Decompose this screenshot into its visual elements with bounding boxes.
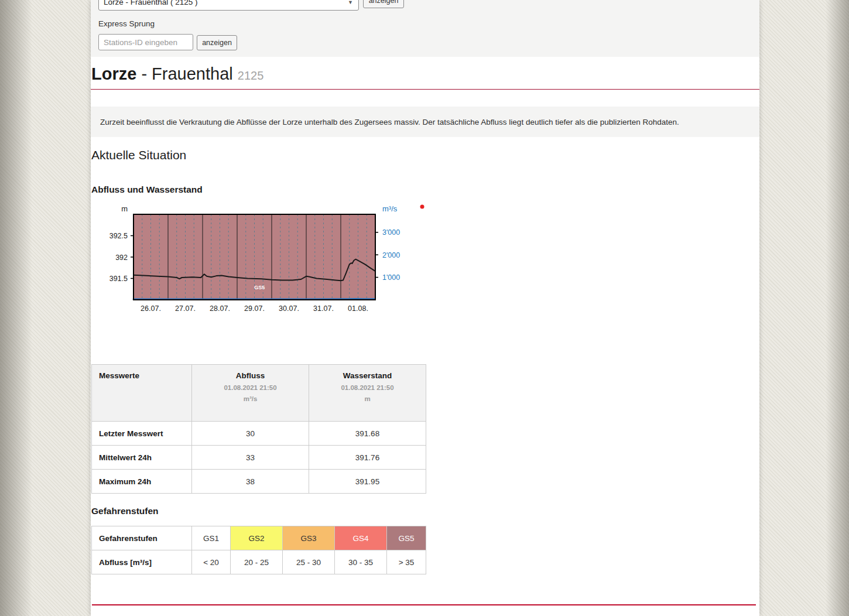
svg-text:01.08.: 01.08. (348, 304, 368, 313)
danger-levels-heading: Gefahrenstufen (91, 506, 159, 516)
svg-text:26.07.: 26.07. (141, 304, 161, 313)
page-edge-shadow-right (826, 0, 849, 616)
wasserstand-timestamp: 01.08.2021 21:50 (310, 384, 425, 391)
danger-level-names-row: Gefahrenstufen GS1 GS2 GS3 GS4 GS5 (92, 526, 426, 550)
station-id-input[interactable] (98, 34, 193, 50)
svg-text:m: m (121, 204, 128, 213)
abfluss-column-header: Abfluss 01.08.2021 21:50 m³/s (192, 365, 309, 422)
svg-text:392.5: 392.5 (109, 232, 128, 240)
wasserstand-unit: m (310, 395, 425, 402)
express-jump-label: Express Sprung (98, 19, 155, 28)
danger-levels-table: Gefahrenstufen GS1 GS2 GS3 GS4 GS5 Abflu… (91, 526, 426, 574)
river-name: Lorze (91, 64, 136, 83)
row-label: Mittelwert 24h (92, 446, 192, 470)
station-name: - Frauenthal (136, 64, 237, 83)
station-id: 2125 (238, 69, 264, 82)
wasserstand-value: 391.76 (309, 446, 426, 470)
page-title: Lorze - Frauenthal 2125 (91, 64, 263, 84)
svg-text:391.5: 391.5 (109, 275, 128, 283)
row-label: Letzter Messwert (92, 422, 192, 446)
station-form: Lorze - Frauenthal ( 2125 ) ▼ anzeigen E… (91, 0, 759, 57)
svg-text:m³/s: m³/s (382, 204, 398, 213)
notice-banner: Zurzeit beeinflusst die Verkrautung die … (91, 107, 759, 137)
page-edge-shadow-left (0, 0, 32, 616)
chart-heading: Abfluss und Wasserstand (91, 184, 203, 195)
wasserstand-column-header: Wasserstand 01.08.2021 21:50 m (309, 365, 426, 422)
chart-container: GS5392.5392391.53'0002'0001'000mm³/s26.0… (91, 202, 442, 319)
abfluss-value: 38 (192, 470, 309, 494)
svg-text:31.07.: 31.07. (313, 304, 334, 313)
messwerte-corner-label: Messwerte (92, 365, 192, 422)
gs4-cell: GS4 (335, 526, 387, 550)
show-station-button[interactable]: anzeigen (363, 0, 404, 8)
gs3-cell: GS3 (283, 526, 335, 550)
wasserstand-value: 391.95 (309, 470, 426, 494)
gs5-cell: GS5 (387, 526, 426, 550)
table-header-row: Messwerte Abfluss 01.08.2021 21:50 m³/s … (92, 365, 426, 422)
chevron-down-icon: ▼ (348, 0, 353, 5)
station-select[interactable]: Lorze - Frauenthal ( 2125 ) ▼ (98, 0, 359, 11)
gs4-range: 30 - 35 (335, 550, 387, 574)
table-row: Maximum 24h 38 391.95 (92, 470, 426, 494)
danger-level-ranges-row: Abfluss [m³/s] < 20 20 - 25 25 - 30 30 -… (92, 550, 426, 574)
row-label: Gefahrenstufen (92, 526, 192, 550)
gs5-range: > 35 (387, 550, 426, 574)
svg-text:30.07.: 30.07. (279, 304, 299, 313)
abfluss-value: 33 (192, 446, 309, 470)
messwerte-table: Messwerte Abfluss 01.08.2021 21:50 m³/s … (91, 364, 426, 494)
title-divider (91, 89, 759, 90)
abfluss-value: 30 (192, 422, 309, 446)
page-background: Lorze - Frauenthal ( 2125 ) ▼ anzeigen E… (0, 0, 849, 616)
abfluss-timestamp: 01.08.2021 21:50 (193, 384, 308, 391)
svg-text:27.07.: 27.07. (175, 304, 196, 313)
row-label: Abfluss [m³/s] (92, 550, 192, 574)
row-label: Maximum 24h (92, 470, 192, 494)
gs1-cell: GS1 (192, 526, 231, 550)
gs2-cell: GS2 (231, 526, 283, 550)
bottom-divider (92, 604, 756, 605)
svg-text:2'000: 2'000 (382, 251, 400, 259)
svg-text:392: 392 (115, 254, 128, 262)
wasserstand-column-title: Wasserstand (310, 371, 425, 380)
svg-text:GS5: GS5 (254, 285, 265, 290)
abfluss-column-title: Abfluss (193, 371, 308, 380)
svg-text:29.07.: 29.07. (244, 304, 265, 313)
section-heading-current-situation: Aktuelle Situation (91, 148, 186, 162)
gs3-range: 25 - 30 (283, 550, 335, 574)
notice-text: Zurzeit beeinflusst die Verkrautung die … (100, 118, 679, 126)
svg-text:28.07.: 28.07. (210, 304, 230, 313)
table-row: Mittelwert 24h 33 391.76 (92, 446, 426, 470)
station-select-value: Lorze - Frauenthal ( 2125 ) (104, 0, 198, 6)
svg-text:3'000: 3'000 (382, 228, 400, 237)
svg-text:1'000: 1'000 (382, 273, 400, 282)
abfluss-wasserstand-chart: GS5392.5392391.53'0002'0001'000mm³/s26.0… (91, 202, 442, 319)
abfluss-unit: m³/s (193, 395, 308, 402)
table-row: Letzter Messwert 30 391.68 (92, 422, 426, 446)
express-show-button[interactable]: anzeigen (197, 35, 237, 50)
gs1-range: < 20 (192, 550, 231, 574)
gs2-range: 20 - 25 (231, 550, 283, 574)
content-column: Lorze - Frauenthal ( 2125 ) ▼ anzeigen E… (91, 0, 759, 616)
wasserstand-value: 391.68 (309, 422, 426, 446)
